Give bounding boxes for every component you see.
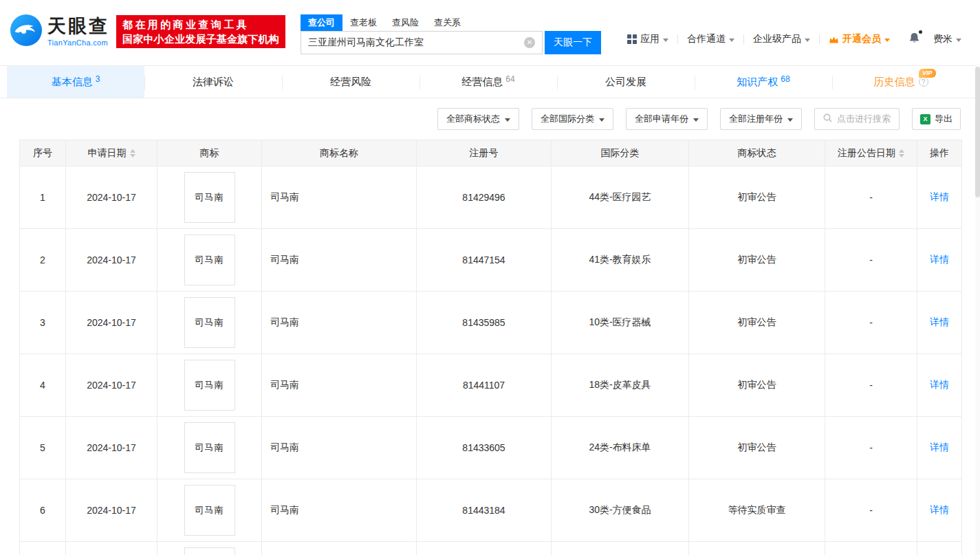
detail-link[interactable]: 详情 <box>930 191 949 202</box>
tab-basic-info[interactable]: 基本信息 3 <box>7 66 144 98</box>
nav-enterprise[interactable]: 企业级产品 <box>744 33 819 45</box>
filter-bar: 全部商标状态 全部国际分类 全部申请年份 全部注册年份 点击进行搜索 X 导出 <box>19 108 961 130</box>
vip-badge: VIP <box>919 69 936 78</box>
table-row <box>20 542 962 555</box>
trademark-image-text: 司马南 <box>195 316 224 329</box>
cell-action: 详情 <box>917 417 962 479</box>
cell-trademark: 司马南 <box>157 417 262 479</box>
search-tab-company[interactable]: 查公司 <box>301 14 342 31</box>
tab-company-development[interactable]: 公司发展 <box>557 66 695 98</box>
tab-label: 历史信息 <box>874 76 915 89</box>
trademark-image-text: 司马南 <box>195 254 224 266</box>
col-trademark-name: 商标名称 <box>262 140 417 166</box>
export-button[interactable]: X 导出 <box>912 108 961 130</box>
tab-count: 68 <box>781 74 790 84</box>
tab-count: 64 <box>505 74 514 84</box>
cell-action <box>917 542 962 555</box>
cell-status: 初审公告 <box>689 417 825 479</box>
cell-intl-class: 30类-方便食品 <box>552 479 689 542</box>
cell-intl-class: 41类-教育娱乐 <box>552 229 689 292</box>
detail-link[interactable]: 详情 <box>930 504 949 515</box>
detail-link[interactable]: 详情 <box>930 379 949 390</box>
tab-operating-risk[interactable]: 经营风险 <box>282 66 420 98</box>
cell-index: 3 <box>20 292 66 354</box>
search-placeholder: 点击进行搜索 <box>837 113 891 125</box>
filter-intl-class[interactable]: 全部国际分类 <box>532 108 613 130</box>
search-icon <box>823 113 832 124</box>
search-tab-boss[interactable]: 查老板 <box>342 14 384 31</box>
filter-trademark-status[interactable]: 全部商标状态 <box>437 108 519 130</box>
notification-dot <box>919 30 922 34</box>
cell-announce-date: - <box>825 229 917 292</box>
table-row: 2 2024-10-17 司马南 司马南 81447154 41类-教育娱乐 初… <box>20 229 962 292</box>
nav-apps[interactable]: 应用 <box>618 33 677 45</box>
notification-bell[interactable] <box>899 32 924 47</box>
search-tab-relation[interactable]: 查关系 <box>426 14 468 31</box>
search-tab-risk[interactable]: 查风险 <box>384 14 426 31</box>
cell-trademark: 司马南 <box>157 354 262 417</box>
chevron-down-icon <box>805 39 810 42</box>
filter-register-year[interactable]: 全部注册年份 <box>720 108 802 130</box>
sort-icon[interactable] <box>130 149 135 157</box>
slogan-line2: 国家中小企业发展子基金旗下机构 <box>122 32 279 46</box>
cell-apply-date: 2024-10-17 <box>66 479 157 542</box>
tab-label: 公司发展 <box>605 76 646 89</box>
col-reg-no: 注册号 <box>417 140 552 166</box>
tianyancha-logo[interactable]: 天眼查 TianYanCha.com <box>10 14 109 50</box>
cell-trademark: 司马南 <box>157 229 262 292</box>
table-header-row: 序号 申请日期 商标 商标名称 注册号 国际分类 商标状态 注册公告日期 操作 <box>20 140 962 166</box>
table-row: 6 2024-10-17 司马南 司马南 81443184 30类-方便食品 等… <box>20 479 962 542</box>
nav-membership[interactable]: 开通会员 <box>820 33 899 45</box>
sort-icon[interactable] <box>899 149 904 157</box>
search-input[interactable] <box>301 37 524 48</box>
cell-status: 初审公告 <box>689 292 825 354</box>
nav-user[interactable]: 费米 <box>924 33 970 45</box>
detail-link[interactable]: 详情 <box>930 442 949 453</box>
search-button[interactable]: 天眼一下 <box>545 31 601 54</box>
nav-cooperation[interactable]: 合作通道 <box>678 33 743 45</box>
col-apply-date[interactable]: 申请日期 <box>66 140 157 166</box>
trademark-image: 司马南 <box>184 422 235 473</box>
clear-search-icon[interactable]: ✕ <box>524 37 535 48</box>
cell-intl-class <box>552 542 689 555</box>
filter-apply-year[interactable]: 全部申请年份 <box>626 108 708 130</box>
cell-trademark-name: 司马南 <box>262 417 417 479</box>
detail-link[interactable]: 详情 <box>930 316 949 327</box>
tab-history-info[interactable]: VIP 历史信息 ? <box>832 66 970 98</box>
section-tab-bar: 基本信息 3 法律诉讼 经营风险 经营信息 64 公司发展 知识产权 68 VI… <box>0 65 980 98</box>
filter-label: 全部注册年份 <box>729 113 783 125</box>
cell-trademark-name: 司马南 <box>262 229 417 292</box>
nav-cooperation-label: 合作通道 <box>687 33 726 45</box>
trademark-image: 司马南 <box>184 235 235 285</box>
chevron-down-icon <box>787 118 793 122</box>
detail-link[interactable]: 详情 <box>930 254 949 265</box>
trademark-image-text: 司马南 <box>195 504 224 516</box>
tab-business-info[interactable]: 经营信息 64 <box>420 66 557 98</box>
question-circle-icon[interactable]: ? <box>919 77 928 87</box>
table-row: 1 2024-10-17 司马南 司马南 81429496 44类-医疗园艺 初… <box>20 166 962 229</box>
cell-apply-date: 2024-10-17 <box>66 229 157 292</box>
cell-apply-date: 2024-10-17 <box>66 292 157 354</box>
tab-legal-proceedings[interactable]: 法律诉讼 <box>144 66 282 98</box>
filter-label: 全部商标状态 <box>446 113 500 125</box>
tianyancha-logo-icon <box>10 14 43 50</box>
search-input-wrap: ✕ <box>301 31 543 54</box>
cell-apply-date: 2024-10-17 <box>66 417 157 479</box>
cell-trademark-name: 司马南 <box>262 166 417 229</box>
cell-index: 6 <box>20 479 66 542</box>
cell-action: 详情 <box>917 292 962 354</box>
cell-index: 2 <box>20 229 66 292</box>
cell-trademark <box>157 542 262 555</box>
cell-announce-date: - <box>825 479 917 542</box>
scrollbar-thumb[interactable] <box>975 67 980 197</box>
tab-label: 知识产权 <box>737 76 778 89</box>
table-row: 4 2024-10-17 司马南 司马南 81441107 18类-皮革皮具 初… <box>20 354 962 417</box>
cell-reg-no: 81435985 <box>417 292 552 354</box>
tab-label: 经营信息 <box>461 76 503 89</box>
logo-text: 天眼查 <box>47 17 109 36</box>
cell-intl-class: 18类-皮革皮具 <box>552 354 689 417</box>
scrollbar-track[interactable] <box>975 65 980 555</box>
table-search-box[interactable]: 点击进行搜索 <box>814 108 900 130</box>
col-announce-date[interactable]: 注册公告日期 <box>825 140 917 166</box>
tab-intellectual-property[interactable]: 知识产权 68 <box>695 66 832 98</box>
